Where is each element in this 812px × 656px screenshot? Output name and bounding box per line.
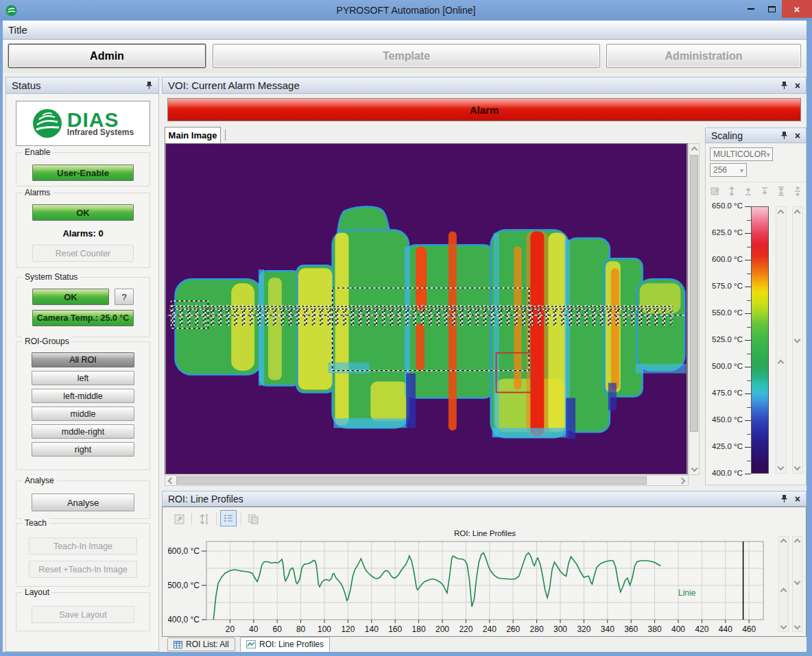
line-profile-chart: ROI: Line Profiles2040608010012014016018…: [168, 528, 777, 636]
group-teach-label: Teach: [22, 518, 49, 528]
spin-down-icon[interactable]: [794, 623, 801, 630]
center-range-icon[interactable]: [791, 184, 804, 198]
spin-up-icon[interactable]: [780, 588, 787, 595]
tab-line-profiles[interactable]: ROI: Line Profiles: [240, 637, 330, 652]
spin-down-icon[interactable]: [780, 623, 787, 630]
voi-panel-title: VOI: Current Alarm Message: [168, 80, 300, 91]
roi-middle-right-button[interactable]: mddle-right: [32, 424, 134, 439]
properties-icon[interactable]: [708, 184, 722, 198]
pin-icon[interactable]: [780, 494, 788, 503]
status-panel: DIAS Infrared Systems Enable User-Enable…: [5, 94, 159, 652]
alarm-counter: Alarms: 0: [16, 228, 150, 239]
window-title: PYROSOFT Automation [Online]: [0, 5, 812, 16]
tab-roi-list-label: ROI List: All: [186, 640, 229, 649]
svg-text:220: 220: [459, 624, 473, 634]
copy-icon[interactable]: [245, 511, 261, 527]
legend-list-icon[interactable]: [220, 510, 237, 526]
close-panel-icon[interactable]: ×: [795, 131, 800, 141]
scaling-panel-header: Scaling ×: [705, 127, 807, 143]
tab-template[interactable]: Template: [213, 44, 600, 68]
close-panel-icon[interactable]: ×: [795, 494, 800, 504]
svg-text:120: 120: [341, 624, 355, 634]
open-window-icon[interactable]: [171, 511, 187, 527]
save-layout-button[interactable]: Save Layout: [32, 606, 134, 623]
scroll-left-icon[interactable]: [168, 478, 175, 485]
scroll-down-icon[interactable]: [691, 465, 698, 472]
voi-panel-header: VOI: Current Alarm Message ×: [162, 77, 807, 94]
spin-up-icon[interactable]: [778, 210, 785, 217]
nav-tabstrip: Admin Template Administration: [3, 40, 807, 73]
scaling-toolbar: [706, 184, 807, 199]
svg-text:260: 260: [506, 624, 520, 634]
spin-down-icon[interactable]: [794, 337, 801, 343]
palette-combobox[interactable]: MULTICOLOR▾: [710, 147, 773, 161]
image-horizontal-scrollbar[interactable]: [165, 475, 689, 486]
scroll-up-icon[interactable]: [691, 147, 698, 154]
spin-up-icon[interactable]: [794, 210, 801, 217]
camera-temp-badge: Camera Temp.: 25.0 °C: [32, 310, 134, 326]
close-panel-icon[interactable]: ×: [795, 81, 800, 90]
group-enable-label: Enable: [22, 147, 53, 157]
roi-all-button[interactable]: All ROI: [32, 352, 134, 367]
scale-ticks: 650.0 °C625.0 °C600.0 °C575.0 °C550.0 °C…: [706, 201, 751, 479]
main-image-tab[interactable]: Main Image: [165, 127, 221, 143]
legend-label: Linie: [678, 588, 696, 598]
roi-left-button[interactable]: left: [32, 371, 134, 385]
group-analyse-label: Analyse: [22, 476, 57, 485]
pin-icon[interactable]: [780, 81, 788, 90]
roi-left-middle-button[interactable]: left-middle: [32, 389, 134, 403]
roi-middle-button[interactable]: middle: [32, 406, 134, 421]
group-alarms-label: Alarms: [22, 188, 53, 197]
image-vertical-scrollbar[interactable]: [689, 143, 700, 475]
fit-vertical-icon[interactable]: [195, 511, 212, 527]
menu-title[interactable]: Title: [8, 24, 27, 36]
reset-counter-button[interactable]: Reset Counter: [32, 245, 134, 262]
scrollbar-thumb[interactable]: [690, 155, 698, 432]
chart-scroll-column[interactable]: [778, 536, 789, 632]
spin-up-icon[interactable]: [794, 539, 801, 546]
user-enable-button[interactable]: User-Enable: [32, 165, 134, 181]
spin-down-icon[interactable]: [794, 464, 801, 471]
group-enable: Enable User-Enable: [16, 152, 150, 186]
upper-limit-spinner[interactable]: [776, 206, 787, 474]
levels-combobox[interactable]: 256▾: [710, 163, 747, 177]
scroll-right-icon[interactable]: [679, 478, 686, 485]
scaling-panel: MULTICOLOR▾ 256▾ 650.0 °C625.0 °C600.0 °…: [705, 143, 807, 485]
chart-scroll-column[interactable]: [792, 536, 802, 632]
profiles-panel: ROI: Line Profiles2040608010012014016018…: [162, 507, 807, 637]
svg-text:40: 40: [249, 624, 259, 634]
thermal-image[interactable]: [165, 143, 688, 474]
spin-down-icon[interactable]: [794, 579, 801, 585]
lower-limit-down-icon[interactable]: [758, 184, 772, 198]
status-panel-header: Status: [5, 77, 159, 94]
scale-tick-label: 650.0 °C: [706, 202, 743, 210]
roi-right-button[interactable]: right: [32, 442, 134, 457]
svg-text:160: 160: [388, 624, 402, 634]
tab-roi-list[interactable]: ROI List: All: [167, 637, 235, 651]
scale-tick-label: 450.0 °C: [706, 415, 743, 424]
pin-icon[interactable]: [145, 81, 153, 90]
analyse-button[interactable]: Analyse: [32, 494, 134, 511]
tab-administration[interactable]: Administration: [606, 44, 801, 68]
pin-icon[interactable]: [780, 131, 788, 140]
system-help-button[interactable]: ?: [115, 289, 134, 305]
spin-down-icon[interactable]: [778, 464, 785, 471]
teach-in-button[interactable]: Teach-In Image: [29, 537, 137, 555]
svg-text:400: 400: [671, 624, 685, 634]
upper-limit-up-icon[interactable]: [741, 184, 755, 198]
table-icon: [174, 641, 182, 648]
window-titlebar: PYROSOFT Automation [Online] ×: [0, 0, 812, 21]
lower-limit-spinner[interactable]: [792, 206, 803, 474]
scrollbar-thumb[interactable]: [176, 476, 647, 485]
svg-text:600,0 °C: 600,0 °C: [168, 546, 200, 556]
auto-range-icon[interactable]: [774, 184, 788, 198]
spin-up-icon[interactable]: [778, 360, 785, 367]
svg-text:300: 300: [553, 624, 567, 634]
dias-logo-icon: [32, 108, 62, 138]
spin-up-icon[interactable]: [780, 539, 787, 546]
tab-admin[interactable]: Admin: [8, 44, 206, 68]
range-expand-icon[interactable]: [725, 184, 739, 198]
svg-text:60: 60: [273, 624, 283, 634]
reset-teach-in-button[interactable]: Reset +Teach-In Image: [29, 561, 137, 578]
menu-bar[interactable]: Title: [3, 21, 807, 40]
